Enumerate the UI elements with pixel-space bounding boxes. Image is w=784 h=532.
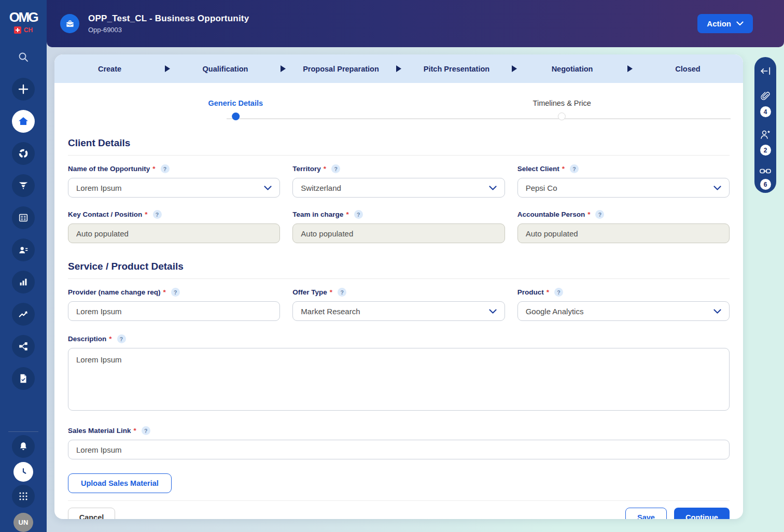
stage-create[interactable]: Create — [54, 65, 165, 73]
stage-qualification[interactable]: Qualification — [170, 65, 281, 73]
home-icon[interactable] — [12, 110, 35, 133]
help-icon[interactable]: ? — [161, 164, 170, 173]
substep-progress: Generic Details Timelines & Price — [54, 99, 743, 123]
paperclip-icon — [760, 90, 771, 105]
field-label: Sales Material Link — [68, 427, 131, 435]
field-accountable-person: Accountable Person * ? — [517, 210, 730, 243]
help-icon[interactable]: ? — [331, 164, 340, 173]
stage-proposal-preparation[interactable]: Proposal Preparation — [286, 65, 396, 73]
required-asterisk: * — [562, 165, 565, 173]
contacts-star-button[interactable]: 2 — [759, 129, 772, 156]
required-asterisk: * — [163, 288, 166, 296]
collapse-panel-icon[interactable] — [758, 63, 773, 79]
continue-button[interactable]: Continue — [674, 508, 730, 519]
add-new-icon[interactable] — [12, 78, 35, 101]
required-asterisk: * — [109, 335, 111, 343]
field-label: Name of the Opportunity — [68, 165, 150, 173]
history-clock-icon[interactable] — [13, 462, 33, 482]
name-of-opportunity-select[interactable]: Lorem Ipsum — [68, 178, 280, 198]
product-select[interactable]: Google Analytics — [517, 301, 730, 321]
help-icon[interactable]: ? — [171, 288, 180, 297]
trending-up-icon[interactable] — [12, 303, 35, 326]
substep-timelines-price[interactable]: Timelines & Price — [533, 99, 591, 122]
provider-input[interactable] — [68, 301, 280, 321]
progress-dot-upcoming — [558, 113, 566, 120]
progress-track — [227, 118, 731, 119]
links-count-badge: 6 — [760, 179, 771, 190]
stage-negotiation[interactable]: Negotiation — [517, 65, 627, 73]
chevron-down-icon — [489, 186, 497, 190]
select-client-select[interactable]: Pepsi Co — [517, 178, 730, 198]
upload-sales-material-button[interactable]: Upload Sales Material — [68, 473, 172, 493]
required-asterisk: * — [587, 211, 590, 218]
section-title-client-details: Client Details — [68, 137, 730, 156]
chevron-down-icon — [264, 186, 272, 190]
substep-generic-details[interactable]: Generic Details — [208, 99, 263, 122]
pipeline-icon[interactable] — [12, 142, 35, 165]
chevron-down-icon — [713, 186, 721, 190]
help-icon[interactable]: ? — [142, 426, 150, 435]
required-asterisk: * — [346, 211, 348, 218]
help-icon[interactable]: ? — [354, 210, 363, 219]
help-icon[interactable]: ? — [595, 210, 604, 219]
field-label: Offer Type — [292, 288, 327, 296]
stage-pitch-presentation[interactable]: Pitch Presentation — [401, 65, 512, 73]
field-key-contact: Key Contact / Position * ? — [68, 210, 280, 243]
links-button[interactable]: 6 — [759, 167, 772, 190]
opportunity-form-card: Create Qualification Proposal Preparatio… — [54, 54, 743, 519]
cancel-button[interactable]: Cancel — [68, 508, 115, 519]
briefcase-icon — [60, 14, 79, 33]
progress-dot-active — [232, 113, 240, 120]
field-label: Select Client — [517, 165, 559, 173]
required-asterisk: * — [145, 211, 147, 218]
required-asterisk: * — [547, 288, 549, 296]
contacts-icon[interactable] — [12, 239, 35, 261]
stage-arrow-icon — [281, 65, 286, 72]
sales-material-link-input[interactable] — [68, 440, 730, 459]
notifications-icon[interactable] — [12, 435, 35, 458]
stage-arrow-icon — [627, 65, 633, 72]
stage-arrow-icon — [396, 65, 401, 72]
apps-grid-icon[interactable] — [12, 485, 35, 508]
search-icon[interactable] — [12, 46, 35, 68]
bar-chart-icon[interactable] — [12, 271, 35, 293]
field-name-of-opportunity: Name of the Opportunity * ? Lorem Ipsum — [68, 164, 280, 198]
description-textarea[interactable]: Lorem Ipsum — [68, 348, 730, 411]
field-team-in-charge: Team in charge * ? — [292, 210, 505, 243]
news-list-icon[interactable] — [12, 206, 35, 229]
required-asterisk: * — [152, 165, 155, 173]
stage-arrow-icon — [512, 65, 517, 72]
help-icon[interactable]: ? — [117, 334, 126, 343]
top-header: OPP_Test_CL - Business Opportunity Opp-6… — [47, 0, 784, 47]
help-icon[interactable]: ? — [554, 288, 563, 297]
stage-stepper: Create Qualification Proposal Preparatio… — [54, 54, 743, 83]
swiss-flag-icon — [14, 26, 21, 34]
required-asterisk: * — [324, 165, 326, 173]
link-icon — [759, 167, 772, 177]
funnel-icon[interactable] — [12, 174, 35, 197]
attachments-count-badge: 4 — [760, 106, 771, 117]
opportunity-id: Opp-69003 — [88, 26, 249, 34]
action-button[interactable]: Action — [697, 14, 753, 33]
help-icon[interactable]: ? — [338, 288, 346, 297]
stage-closed[interactable]: Closed — [633, 65, 743, 73]
field-select-client: Select Client * ? Pepsi Co — [517, 164, 730, 198]
help-icon[interactable]: ? — [153, 210, 162, 219]
field-description: Description * ? Lorem Ipsum — [68, 334, 730, 413]
key-contact-input — [68, 223, 280, 243]
territory-select[interactable]: Switzerland — [292, 178, 505, 198]
offer-type-select[interactable]: Market Research — [292, 301, 505, 321]
share-network-icon[interactable] — [12, 335, 35, 358]
document-check-icon[interactable] — [12, 367, 35, 390]
user-avatar[interactable]: UN — [13, 513, 33, 532]
field-label: Provider (name change req) — [68, 288, 161, 296]
page-title: OPP_Test_CL - Business Opportunity — [88, 13, 249, 24]
attachments-button[interactable]: 4 — [760, 90, 771, 117]
brand-logo: OMG CH — [9, 0, 38, 41]
help-icon[interactable]: ? — [570, 164, 579, 173]
field-label: Description — [68, 335, 106, 343]
field-label: Product — [517, 288, 544, 296]
save-button[interactable]: Save — [625, 508, 667, 519]
left-sidebar: OMG CH UN — [0, 0, 47, 532]
sidebar-divider — [8, 431, 38, 432]
